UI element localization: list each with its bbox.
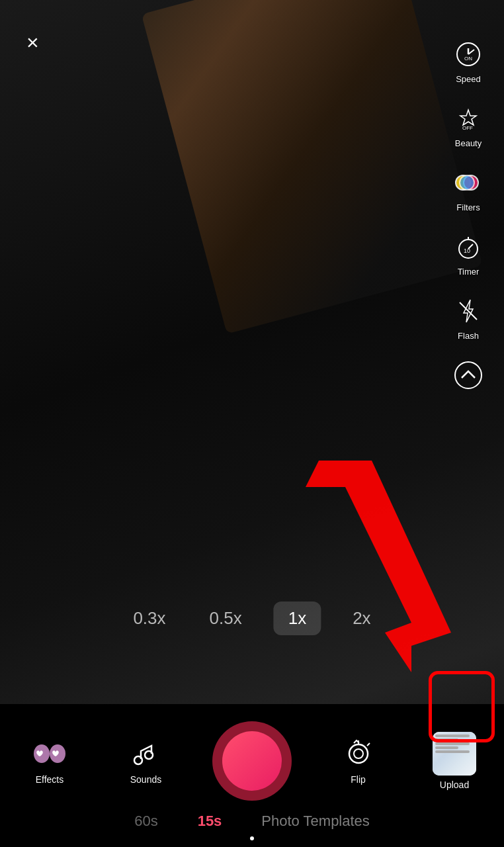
zoom-05x[interactable]: 0.5x (198, 602, 254, 635)
thumb-line-3 (435, 742, 470, 745)
flip-label: Flip (351, 774, 366, 785)
tab-15s[interactable]: 15s (198, 813, 222, 830)
effects-button[interactable]: Effects (20, 737, 79, 785)
record-btn-inner (222, 731, 282, 791)
record-btn-outer (212, 721, 292, 801)
filters-icon (451, 165, 485, 200)
dot-indicator (0, 832, 504, 847)
sidebar-item-flash[interactable]: Flash (446, 289, 491, 346)
tab-photo-templates[interactable]: Photo Templates (261, 813, 369, 830)
thumb-line-1 (435, 735, 470, 737)
active-dot (250, 836, 254, 840)
sounds-button[interactable]: Sounds (116, 737, 176, 785)
svg-line-12 (460, 302, 477, 320)
upload-thumbnail (433, 732, 476, 776)
svg-line-1 (468, 50, 474, 54)
svg-text:ON: ON (464, 56, 472, 62)
filters-label: Filters (456, 202, 480, 212)
duration-tabs: 60s 15s Photo Templates (0, 807, 504, 832)
svg-point-19 (349, 744, 368, 763)
tab-60s[interactable]: 60s (134, 813, 157, 830)
thumb-line-4 (435, 746, 458, 749)
thumb-line-2 (435, 738, 458, 741)
sidebar-item-more[interactable] (446, 353, 491, 398)
upload-button[interactable]: Upload (425, 732, 484, 790)
effects-label: Effects (36, 774, 64, 785)
bottom-bar: Effects Sounds (0, 704, 504, 847)
upload-icon-box (433, 732, 476, 776)
close-button[interactable]: × (26, 32, 39, 53)
sounds-label: Sounds (130, 774, 161, 785)
svg-point-17 (134, 756, 142, 764)
svg-point-18 (145, 751, 153, 759)
right-sidebar: ON Speed OFF Beauty Filters (446, 32, 491, 398)
zoom-2x[interactable]: 2x (341, 602, 382, 635)
more-icon (451, 358, 485, 392)
sidebar-item-beauty[interactable]: OFF Beauty (446, 96, 491, 154)
svg-point-7 (460, 175, 474, 190)
svg-text:10: 10 (464, 247, 470, 254)
svg-point-13 (455, 362, 482, 388)
flash-label: Flash (458, 331, 479, 341)
sidebar-item-speed[interactable]: ON Speed (446, 32, 491, 89)
sidebar-item-filters[interactable]: Filters (446, 160, 491, 218)
flip-button[interactable]: Flip (329, 737, 388, 785)
thumb-line-5 (435, 750, 470, 753)
speed-icon: ON (451, 37, 485, 71)
flash-icon (451, 294, 485, 328)
flip-icon (342, 737, 375, 770)
svg-point-20 (354, 749, 363, 758)
speed-label: Speed (456, 74, 481, 84)
beauty-label: Beauty (455, 138, 482, 148)
sounds-icon (130, 737, 163, 770)
zoom-03x[interactable]: 0.3x (121, 602, 177, 635)
timer-icon: 10 (451, 230, 485, 264)
upload-label: Upload (440, 780, 469, 790)
record-button[interactable] (212, 721, 292, 801)
effects-icon (33, 737, 66, 770)
zoom-1x[interactable]: 1x (274, 602, 321, 635)
svg-text:OFF: OFF (462, 125, 473, 131)
beauty-icon: OFF (451, 101, 485, 136)
zoom-controls: 0.3x 0.5x 1x 2x (121, 602, 382, 635)
controls-row: Effects Sounds (0, 711, 504, 807)
sidebar-item-timer[interactable]: 10 Timer (446, 224, 491, 282)
timer-label: Timer (458, 267, 480, 277)
